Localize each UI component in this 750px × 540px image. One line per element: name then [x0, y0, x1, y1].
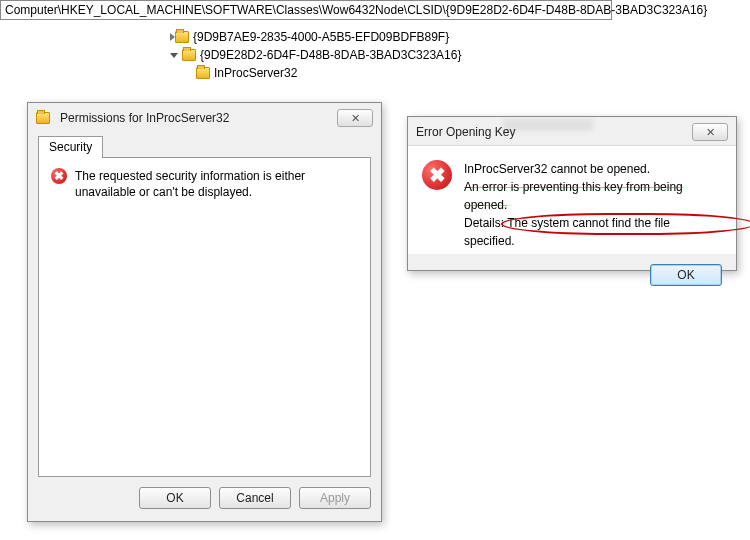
tree-item-label: InProcServer32: [214, 66, 297, 80]
cancel-button[interactable]: Cancel: [219, 487, 291, 509]
titlebar[interactable]: Permissions for InProcServer32 ✕: [28, 103, 381, 131]
tab-strip: Security: [28, 131, 381, 157]
folder-icon: [196, 67, 210, 79]
blurred-region: [503, 119, 593, 131]
folder-icon: [182, 49, 196, 61]
tree-item[interactable]: {9D9E28D2-6D4F-D48B-8DAB-3BAD3C323A16}: [170, 46, 461, 64]
ok-button[interactable]: OK: [650, 264, 722, 286]
error-icon: ✖: [51, 168, 67, 184]
close-button[interactable]: ✕: [337, 109, 373, 127]
registry-tree: {9D9B7AE9-2835-4000-A5B5-EFD09BDFB89F} {…: [170, 28, 461, 82]
error-icon: ✖: [422, 160, 452, 190]
folder-icon: [175, 31, 189, 43]
dialog-buttons: OK: [408, 254, 736, 296]
apply-button: Apply: [299, 487, 371, 509]
titlebar[interactable]: Error Opening Key ✕: [408, 117, 736, 145]
tree-item[interactable]: {9D9B7AE9-2835-4000-A5B5-EFD09BDFB89F}: [170, 28, 461, 46]
error-message: The requested security information is ei…: [75, 168, 358, 200]
registry-path-bar[interactable]: Computer\HKEY_LOCAL_MACHINE\SOFTWARE\Cla…: [0, 0, 612, 20]
dialog-body: ✖ InProcServer32 cannot be opened. An er…: [408, 145, 736, 254]
error-dialog: Error Opening Key ✕ ✖ InProcServer32 can…: [407, 116, 737, 271]
tab-security[interactable]: Security: [38, 136, 103, 158]
permissions-dialog: Permissions for InProcServer32 ✕ Securit…: [27, 102, 382, 522]
error-line: InProcServer32 cannot be opened.: [464, 160, 722, 178]
tree-item[interactable]: InProcServer32: [170, 64, 461, 82]
dialog-title: Error Opening Key: [416, 125, 515, 139]
ok-button[interactable]: OK: [139, 487, 211, 509]
dialog-buttons: OK Cancel Apply: [28, 477, 381, 519]
error-line: Details: The system cannot find the file…: [464, 214, 722, 250]
tab-panel: ✖ The requested security information is …: [38, 157, 371, 477]
collapse-icon[interactable]: [170, 53, 178, 58]
dialog-title: Permissions for InProcServer32: [60, 111, 229, 125]
error-line: An error is preventing this key from bei…: [464, 178, 722, 214]
tree-item-label: {9D9B7AE9-2835-4000-A5B5-EFD09BDFB89F}: [193, 30, 449, 44]
details-label: Details:: [464, 216, 507, 230]
tree-item-label: {9D9E28D2-6D4F-D48B-8DAB-3BAD3C323A16}: [200, 48, 461, 62]
close-button[interactable]: ✕: [692, 123, 728, 141]
folder-icon: [36, 112, 50, 124]
